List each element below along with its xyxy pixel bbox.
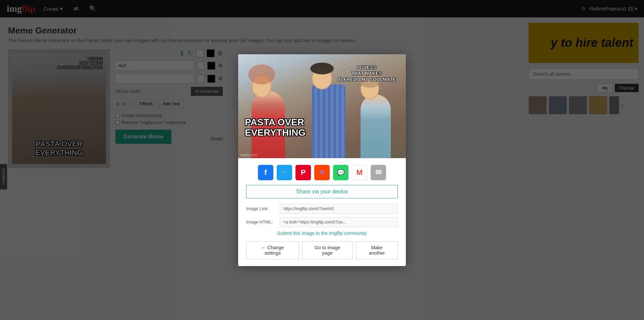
share-reddit-button[interactable]: 👾 [314,165,330,180]
modal-meme-image: I GUESSTHAT MAKESALFREDO MY SOULMATE PAS… [238,54,406,158]
change-settings-button[interactable]: ← Change settings [246,241,299,259]
mid-figure-hair [310,63,334,74]
modal-meme-text-bottom: PASTA OVEREVERYTHING [245,117,306,138]
image-link-label: Image Link: [246,206,276,211]
left-figure [241,64,295,158]
share-email-button[interactable]: ✉ [371,165,386,180]
image-html-row: Image HTML: [246,217,398,227]
modal-meme-text-top: I GUESSTHAT MAKESALFREDO MY SOULMATE [337,64,396,83]
right-figure-body [361,94,391,158]
image-html-label: Image HTML: [246,219,276,225]
image-link-row: Image Link: [246,204,398,214]
left-figure-hair [248,64,275,84]
modal-overlay: I GUESSTHAT MAKESALFREDO MY SOULMATE PAS… [0,0,644,320]
share-twitter-button[interactable]: 🐦 [277,165,292,180]
modal-body: f 🐦 P 👾 💬 M ✉ Share via your device Imag… [238,158,406,266]
go-to-image-page-button[interactable]: Go to image page [302,241,353,259]
submit-community-link[interactable]: Submit this image to the Imgflip communi… [246,231,398,236]
modal: I GUESSTHAT MAKESALFREDO MY SOULMATE PAS… [238,54,406,266]
share-icons: f 🐦 P 👾 💬 M ✉ [246,165,398,180]
modal-watermark: imgflip.com [240,153,257,157]
share-gmail-button[interactable]: M [352,165,367,180]
modal-footer-buttons: ← Change settings Go to image page Make … [246,241,398,259]
image-link-input[interactable] [280,204,398,214]
make-another-button[interactable]: Make another [356,241,398,259]
share-device-button[interactable]: Share via your device [246,185,398,198]
mid-figure-body [312,84,345,158]
share-whatsapp-button[interactable]: 💬 [333,165,348,180]
share-pinterest-button[interactable]: P [296,165,311,180]
share-facebook-button[interactable]: f [258,165,273,180]
image-html-input[interactable] [280,217,398,227]
